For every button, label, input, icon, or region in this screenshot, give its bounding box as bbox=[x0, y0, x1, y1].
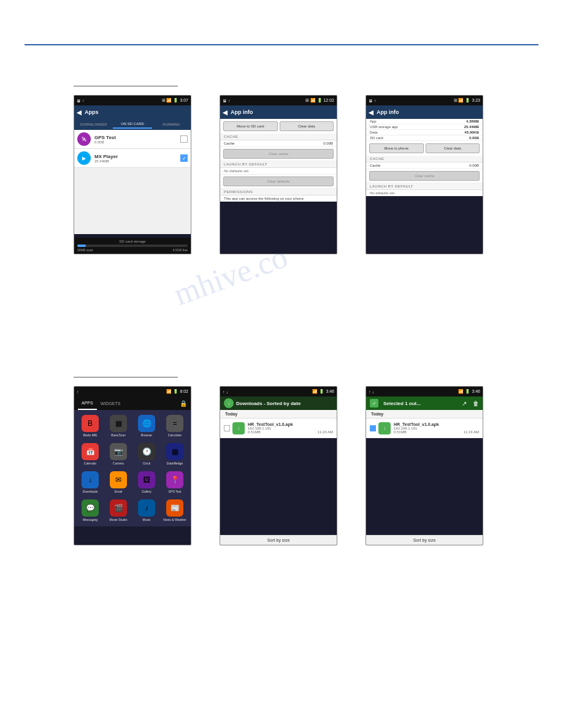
mx-icon: ▶ bbox=[77, 151, 91, 165]
screen-apps-list: 🖥 ↑ ⊞ 📶 🔋 3:07 ◀ Apps DOWNLOADED ON SD C… bbox=[74, 95, 191, 254]
status-icons-right: ⊞ 📶 🔋 3:07 bbox=[162, 98, 188, 103]
clear-cache-button-3[interactable]: Clear cache bbox=[369, 171, 480, 181]
grid-app-email[interactable]: ✉ Email bbox=[105, 469, 132, 496]
app-grid: B Baidu IME ▦ BasicScan 🌐 Browser = Calc… bbox=[74, 410, 191, 526]
grid-app-gallery[interactable]: 🖼 Gallery bbox=[133, 469, 160, 496]
status-icons-left-5: ↑ ↓ bbox=[223, 390, 228, 394]
camera-icon: 📷 bbox=[110, 443, 127, 460]
screen-downloads: ↑ ↓ 📶 🔋 3:46 ↓ Downloads - Sorted by dat… bbox=[220, 386, 337, 545]
status-bar-6: ↑ ↓ 📶 🔋 3:46 bbox=[366, 387, 483, 396]
no-defaults-3: No defaults set. bbox=[366, 190, 483, 196]
status-icons-left-3: 🖥 ↑ bbox=[369, 99, 376, 103]
grid-app-browser[interactable]: 🌐 Browser bbox=[133, 412, 160, 439]
grid-app-calc[interactable]: = Calculator bbox=[161, 412, 188, 439]
move-to-sd-button[interactable]: Move to SD card bbox=[223, 121, 278, 131]
screen-app-info-1: 🖥 ↑ ⊞ 📶 🔋 12:02 ◀ App info Move to SD ca… bbox=[220, 95, 337, 254]
news-label: News & Weather bbox=[163, 518, 186, 521]
today-header: Today bbox=[220, 410, 337, 419]
sort-bar[interactable]: Sort by size bbox=[220, 535, 337, 545]
download-item[interactable]: ↓ HR_TestTool_v1.0.apk 192.168.1.161 0.5… bbox=[220, 419, 337, 438]
gps-app-name: GPS Test bbox=[94, 135, 178, 140]
selected-time: 11:24 AM bbox=[464, 430, 479, 434]
status-icons-right-5: 📶 🔋 3:46 bbox=[312, 389, 334, 394]
check-selected-icon: ✓ bbox=[370, 399, 378, 408]
browser-icon: 🌐 bbox=[138, 415, 155, 432]
downloads-content: Today ↓ HR_TestTool_v1.0.apk 192.168.1.1… bbox=[220, 410, 337, 438]
tab-apps[interactable]: APPS bbox=[78, 396, 97, 410]
status-bar-1: 🖥 ↑ ⊞ 📶 🔋 3:07 bbox=[74, 96, 191, 105]
status-icons-left-6: ↑ ↓ bbox=[369, 390, 374, 394]
grid-app-news[interactable]: 📰 News & Weather bbox=[161, 497, 188, 524]
grid-app-calendar[interactable]: 📅 Calendar bbox=[77, 441, 104, 468]
delete-icon[interactable]: 🗑 bbox=[473, 400, 479, 407]
download-size: 0.51MB bbox=[248, 430, 261, 434]
download-header-icon: ↓ bbox=[224, 398, 234, 408]
basicscan-icon: ▦ bbox=[110, 415, 127, 432]
screen3-title: App info bbox=[377, 109, 399, 115]
app-header-3: ◀ App info bbox=[366, 105, 483, 119]
selected-size: 0.51MB bbox=[394, 430, 407, 434]
download-checkbox[interactable] bbox=[224, 425, 230, 431]
app-list-content: 🛰 GPS Test 0.00B ▶ MX Player 25.44MB ✓ bbox=[74, 130, 191, 234]
info-row-sd: SD card 0.00B bbox=[366, 135, 483, 141]
section1-line bbox=[74, 86, 178, 86]
baidu-icon: B bbox=[82, 415, 99, 432]
mx-check[interactable]: ✓ bbox=[180, 154, 188, 162]
status-icons-left: 🖥 ↑ bbox=[77, 99, 84, 103]
tab-widgets[interactable]: WIDGETS bbox=[97, 396, 124, 410]
selected-title: Selected 1 out... bbox=[383, 401, 459, 406]
movie-label: Movie Studio bbox=[110, 518, 128, 521]
basicscan-label: BasicScan bbox=[111, 433, 126, 437]
status-bar-4: ↑ 📶 🔋 8:02 bbox=[74, 387, 191, 396]
tab-on-sd-card[interactable]: ON SD CARD bbox=[113, 120, 151, 129]
music-label: Music bbox=[142, 518, 150, 521]
clear-cache-button[interactable]: Clear cache bbox=[223, 149, 334, 159]
grid-app-music[interactable]: ♪ Music bbox=[133, 497, 160, 524]
clear-data-button-2[interactable]: Clear data bbox=[426, 143, 480, 153]
move-to-phone-button[interactable]: Move to phone bbox=[369, 143, 424, 153]
download-checkbox-checked[interactable] bbox=[370, 425, 376, 431]
downloads-label: Downloads bbox=[83, 490, 98, 493]
grid-app-camera[interactable]: 📷 Camera bbox=[105, 441, 132, 468]
info-row-app: App 4.38MB bbox=[366, 119, 483, 124]
screen-app-drawer: ↑ 📶 🔋 8:02 APPS WIDGETS 🔒 B Baidu IME ▦ … bbox=[74, 386, 191, 545]
lock-icon: 🔒 bbox=[180, 400, 187, 407]
mx-app-name: MX Player bbox=[94, 154, 178, 159]
grid-app-datawedge[interactable]: ▦ DataWedge bbox=[161, 441, 188, 468]
selected-app-icon: ↓ bbox=[378, 422, 391, 434]
tab-downloaded[interactable]: DOWNLOADED bbox=[74, 121, 113, 129]
clock-icon: 🕐 bbox=[138, 443, 155, 460]
email-label: Email bbox=[115, 490, 123, 493]
back-arrow-2[interactable]: ◀ bbox=[223, 109, 228, 116]
clear-defaults-button[interactable]: Clear defaults bbox=[223, 176, 334, 186]
grid-app-basicscan[interactable]: ▦ BasicScan bbox=[105, 412, 132, 439]
datawedge-label: DataWedge bbox=[167, 461, 183, 465]
status-icons-left-2: 🖥 ↑ bbox=[223, 99, 230, 103]
email-icon: ✉ bbox=[110, 471, 127, 488]
sort-bar-6[interactable]: Sort by size bbox=[366, 535, 483, 545]
no-defaults: No defaults set. bbox=[220, 168, 337, 175]
selected-download-item[interactable]: ↓ HR_TestTool_v1.0.apk 192.168.1.161 0.5… bbox=[366, 419, 483, 438]
grid-app-gps[interactable]: 📍 GPS Test bbox=[161, 469, 188, 496]
gps-check[interactable] bbox=[180, 135, 188, 143]
mx-app-size: 25.44MB bbox=[94, 159, 178, 163]
back-arrow-3[interactable]: ◀ bbox=[369, 109, 373, 116]
list-item[interactable]: 🛰 GPS Test 0.00B bbox=[74, 130, 191, 149]
back-arrow-1[interactable]: ◀ bbox=[77, 109, 82, 116]
grid-app-clock[interactable]: 🕐 Clock bbox=[133, 441, 160, 468]
clear-data-button[interactable]: Clear data bbox=[280, 121, 334, 131]
gps-grid-label: GPS Test bbox=[168, 490, 181, 493]
grid-app-movie[interactable]: 🎬 Movie Studio bbox=[105, 497, 132, 524]
grid-app-messaging[interactable]: 💬 Messaging bbox=[77, 497, 104, 524]
status-icons-right-6: 📶 🔋 3:46 bbox=[458, 389, 480, 394]
list-item[interactable]: ▶ MX Player 25.44MB ✓ bbox=[74, 149, 191, 168]
share-icon[interactable]: ↗ bbox=[462, 400, 467, 407]
calc-icon: = bbox=[166, 415, 183, 432]
download-filename: HR_TestTool_v1.0.apk bbox=[248, 422, 333, 427]
status-icons-right-4: 📶 🔋 8:02 bbox=[166, 389, 188, 394]
grid-app-downloads[interactable]: ↓ Downloads bbox=[77, 469, 104, 496]
grid-app-baidu[interactable]: B Baidu IME bbox=[77, 412, 104, 439]
tab-running[interactable]: RUNNING bbox=[152, 121, 191, 129]
permissions-header: PERMISSIONS bbox=[220, 189, 337, 195]
tab-bar-1: DOWNLOADED ON SD CARD RUNNING bbox=[74, 119, 191, 130]
